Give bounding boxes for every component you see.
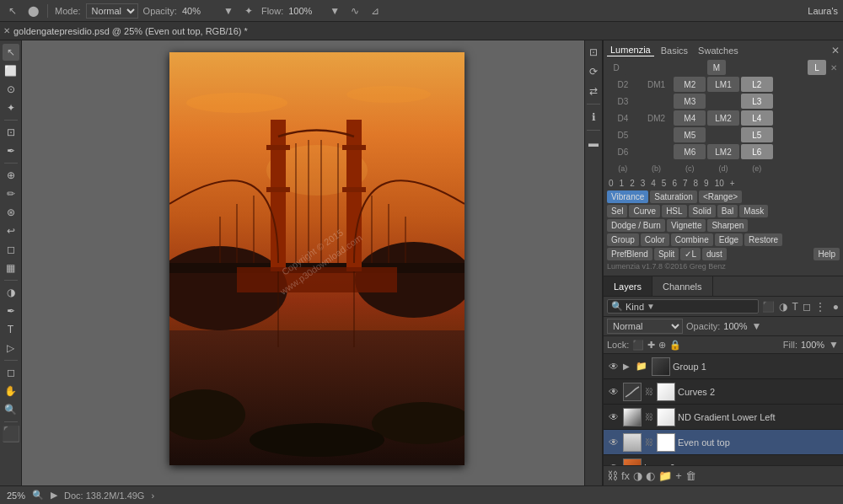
lum-dm1[interactable]: DM1 (641, 77, 673, 92)
lasso-tool[interactable]: ⊙ (3, 81, 19, 98)
filter-toggle-icon[interactable]: ● (832, 300, 840, 314)
lum-m-header[interactable]: M (707, 60, 726, 75)
lum-d2[interactable]: D2 (607, 77, 639, 92)
arrow-tool-icon[interactable]: ↖ (5, 3, 20, 19)
lum-a[interactable]: (a) (607, 161, 639, 176)
pen-tool[interactable]: ✒ (3, 303, 19, 319)
lum-num-2[interactable]: 2 (628, 179, 636, 188)
lum-l3[interactable]: L3 (741, 94, 773, 109)
lum-d-header[interactable]: D (607, 60, 626, 75)
marquee-tool[interactable]: ⬜ (3, 62, 19, 79)
lum-m3[interactable]: M3 (674, 94, 706, 109)
eraser-tool[interactable]: ◻ (3, 241, 19, 258)
hand-tool[interactable]: ✋ (3, 383, 19, 399)
filter-pixel-icon[interactable]: ⬛ (761, 300, 776, 314)
info-icon[interactable]: ▶ (51, 490, 57, 501)
lum-num-10[interactable]: 10 (713, 179, 726, 188)
curve-btn[interactable]: Curve (629, 205, 660, 217)
visibility-group1[interactable]: 👁 (607, 361, 620, 373)
heal-tool[interactable]: ⊕ (3, 167, 19, 184)
lock-pixels-icon[interactable]: ⬛ (632, 340, 644, 351)
lum-num-8[interactable]: 8 (692, 179, 701, 188)
brush-size-icon[interactable]: ⬤ (25, 3, 40, 19)
layer-row-layer6[interactable]: 👁 Layer 6 (604, 455, 843, 465)
tab-close-button[interactable]: ✕ (3, 26, 10, 35)
tab-filename[interactable]: goldengatepresidio.psd @ 25% (Even out t… (13, 26, 248, 36)
swatches-tab[interactable]: Swatches (695, 45, 742, 56)
zoom-fit-icon[interactable]: ⊡ (585, 44, 602, 61)
lum-d3[interactable]: D3 (607, 94, 639, 109)
lum-d4[interactable]: D4 (607, 110, 639, 126)
zoom-icon[interactable]: 🔍 (32, 490, 44, 501)
dust-btn[interactable]: dust (702, 248, 727, 260)
airbrush-icon[interactable]: ✦ (241, 3, 256, 19)
lum-lm3[interactable]: LM2 (707, 144, 739, 159)
lum-d-paren[interactable]: (d) (707, 161, 739, 176)
lum-num-0[interactable]: 0 (607, 179, 615, 188)
lum-l5[interactable]: L5 (741, 127, 773, 142)
brush-tool[interactable]: ✏ (3, 185, 19, 202)
path-tool[interactable]: ▷ (3, 340, 19, 357)
lum-m4[interactable]: M4 (674, 110, 706, 126)
smooth-icon[interactable]: ∿ (347, 3, 362, 19)
basics-tab[interactable]: Basics (658, 45, 691, 56)
layers-tab[interactable]: Layers (604, 276, 652, 296)
history-tool[interactable]: ↩ (3, 223, 19, 239)
kind-dropdown-icon[interactable]: ▼ (647, 302, 655, 311)
lum-d5[interactable]: D5 (607, 127, 639, 142)
histogram-icon[interactable]: ▬ (585, 135, 602, 152)
layer-row-ndgradient[interactable]: 👁 ⛓ ND Gradient Lower Left (604, 405, 843, 430)
lumenzia-tab[interactable]: Lumenzia (607, 44, 654, 56)
dodge-burn-btn[interactable]: Dodge / Burn (607, 219, 665, 232)
collapse-group1[interactable]: ▶ (623, 362, 630, 371)
panel-close-button[interactable]: ✕ (831, 45, 840, 56)
lum-x-button[interactable]: ✕ (828, 60, 840, 75)
lum-num-6[interactable]: 6 (670, 179, 679, 188)
lum-num-4[interactable]: 4 (649, 179, 658, 188)
lum-num-plus[interactable]: + (728, 179, 737, 188)
link-layers-icon[interactable]: ⛓ (607, 469, 618, 482)
filter-shape-icon[interactable]: ◻ (802, 300, 812, 314)
solid-btn[interactable]: Solid (689, 205, 716, 217)
lum-e[interactable]: (e) (741, 161, 773, 176)
saturation-btn[interactable]: Saturation (650, 190, 697, 203)
arrow-right-icon[interactable]: › (151, 491, 154, 501)
lum-num-9[interactable]: 9 (702, 179, 711, 188)
split-btn[interactable]: Split (654, 248, 679, 260)
layer-row-curves2[interactable]: 👁 ⛓ Curves 2 (604, 379, 843, 405)
restore-btn[interactable]: Restore (744, 233, 782, 246)
layer-row-evenouttop[interactable]: 👁 ⛓ Even out top (604, 430, 843, 455)
clone-tool[interactable]: ⊛ (3, 204, 19, 221)
lock-artboard-icon[interactable]: ⊕ (658, 340, 666, 351)
flip-icon[interactable]: ⇄ (585, 83, 602, 99)
visibility-ndgradient[interactable]: 👁 (607, 411, 620, 423)
fill-arrow-icon[interactable]: ▼ (828, 338, 840, 351)
zoom-tool[interactable]: 🔍 (3, 401, 19, 418)
flow-arrow-icon[interactable]: ▼ (327, 3, 342, 19)
delete-layer-icon[interactable]: 🗑 (685, 469, 696, 482)
info-icon[interactable]: ℹ (585, 109, 602, 126)
channels-tab[interactable]: Channels (652, 276, 712, 296)
lum-lm2[interactable]: LM2 (707, 110, 739, 126)
shape-tool[interactable]: ◻ (3, 364, 19, 381)
range-btn[interactable]: <Range> (699, 190, 742, 203)
blend-mode-select[interactable]: Normal (607, 319, 683, 334)
foreground-color[interactable]: ⬛ (3, 426, 19, 442)
visibility-curves2[interactable]: 👁 (607, 386, 620, 398)
lock-all-icon[interactable]: 🔒 (669, 340, 681, 351)
lum-l-header[interactable]: L (808, 60, 826, 75)
bal-btn[interactable]: Bal (717, 205, 738, 217)
lum-num-5[interactable]: 5 (660, 179, 668, 188)
mask-btn[interactable]: Mask (739, 205, 768, 217)
lum-m2[interactable]: M2 (674, 77, 706, 92)
lum-d6[interactable]: D6 (607, 144, 639, 159)
prefblend-btn[interactable]: PrefBlend (607, 248, 652, 260)
lum-dm2[interactable]: DM2 (641, 110, 673, 126)
magic-wand-tool[interactable]: ✦ (3, 99, 19, 116)
edge-btn[interactable]: Edge (715, 233, 743, 246)
lum-lm1[interactable]: LM1 (707, 77, 739, 92)
lum-m5[interactable]: M5 (674, 127, 706, 142)
crop-tool[interactable]: ⊡ (3, 124, 19, 141)
text-tool[interactable]: T (3, 321, 19, 338)
filter-type-icon[interactable]: T (791, 300, 798, 314)
